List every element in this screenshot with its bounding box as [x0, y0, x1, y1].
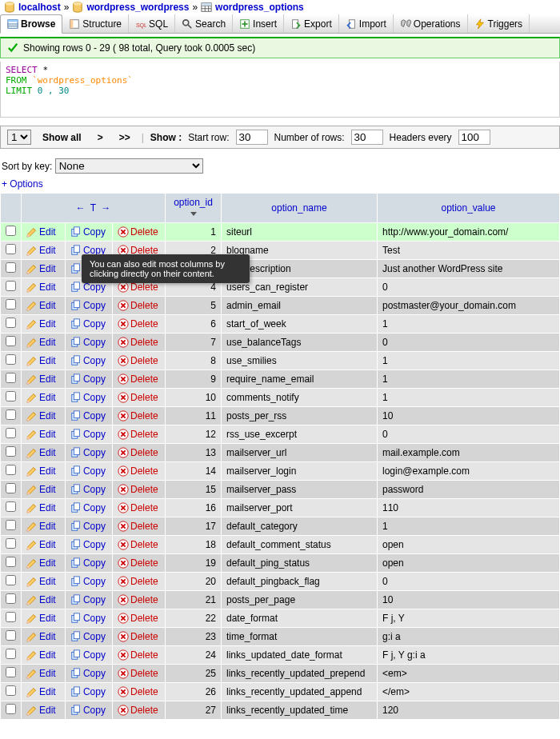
cell-option-value[interactable]: open: [378, 536, 560, 554]
arrow-right-icon[interactable]: →: [101, 202, 110, 214]
row-checkbox[interactable]: [6, 336, 16, 346]
delete-button[interactable]: Delete: [118, 539, 160, 550]
cell-option-value[interactable]: F j, Y: [378, 609, 560, 628]
edit-button[interactable]: Edit: [26, 337, 60, 348]
cell-option-id[interactable]: 22: [166, 609, 222, 628]
edit-button[interactable]: Edit: [26, 447, 60, 458]
headers-input[interactable]: [458, 130, 490, 145]
edit-button[interactable]: Edit: [26, 631, 60, 642]
cell-option-value[interactable]: Test: [378, 242, 560, 260]
cell-option-name[interactable]: require_name_email: [222, 370, 378, 389]
cell-option-id[interactable]: 13: [166, 444, 222, 462]
cell-option-value[interactable]: postmaster@your_domain.com: [378, 297, 560, 315]
cell-option-value[interactable]: 1: [378, 517, 560, 536]
delete-button[interactable]: Delete: [118, 300, 160, 311]
copy-button[interactable]: Copy: [70, 282, 107, 293]
cell-option-name[interactable]: mailserver_pass: [222, 481, 378, 499]
edit-button[interactable]: Edit: [26, 594, 60, 605]
row-checkbox[interactable]: [6, 593, 16, 604]
row-checkbox[interactable]: [6, 465, 16, 475]
edit-button[interactable]: Edit: [26, 705, 60, 716]
copy-button[interactable]: Copy: [70, 410, 107, 421]
cell-option-name[interactable]: links_updated_date_format: [222, 646, 378, 665]
copy-button[interactable]: Copy: [70, 392, 107, 403]
delete-button[interactable]: Delete: [118, 705, 160, 716]
show-all-button[interactable]: Show all: [38, 130, 86, 145]
col-option-value[interactable]: option_value: [378, 194, 560, 223]
copy-button[interactable]: Copy: [70, 539, 107, 550]
cell-option-value[interactable]: 0: [378, 334, 560, 352]
delete-button[interactable]: Delete: [118, 521, 160, 532]
cell-option-value[interactable]: 1: [378, 389, 560, 407]
edit-button[interactable]: Edit: [26, 502, 60, 513]
copy-button[interactable]: Copy: [70, 429, 107, 440]
row-checkbox[interactable]: [6, 354, 16, 365]
cell-option-value[interactable]: 1: [378, 352, 560, 370]
copy-button[interactable]: Copy: [70, 318, 107, 330]
cell-option-value[interactable]: 0: [378, 425, 560, 444]
cell-option-id[interactable]: 17: [166, 517, 222, 536]
delete-button[interactable]: Delete: [118, 337, 160, 348]
cell-option-value[interactable]: F j, Y g:i a: [378, 646, 560, 665]
chevron-down-icon[interactable]: [190, 212, 197, 216]
copy-button[interactable]: Copy: [70, 576, 107, 587]
copy-button[interactable]: Copy: [70, 355, 107, 366]
cell-option-id[interactable]: 16: [166, 499, 222, 517]
cell-option-id[interactable]: 1: [166, 223, 222, 242]
delete-button[interactable]: Delete: [118, 484, 160, 495]
delete-button[interactable]: Delete: [118, 668, 160, 679]
cell-option-id[interactable]: 9: [166, 370, 222, 389]
cell-option-id[interactable]: 6: [166, 315, 222, 334]
edit-button[interactable]: Edit: [26, 465, 60, 477]
cell-option-value[interactable]: 0: [378, 573, 560, 591]
cell-option-value[interactable]: 1: [378, 370, 560, 389]
row-checkbox[interactable]: [6, 612, 16, 622]
cell-option-name[interactable]: rss_use_excerpt: [222, 425, 378, 444]
cell-option-value[interactable]: g:i a: [378, 628, 560, 646]
cell-option-value[interactable]: Just another WordPress site: [378, 260, 560, 278]
row-checkbox[interactable]: [6, 446, 16, 457]
copy-button[interactable]: Copy: [70, 668, 107, 679]
copy-button[interactable]: Copy: [70, 594, 107, 605]
row-checkbox[interactable]: [6, 373, 16, 383]
row-checkbox[interactable]: [6, 649, 16, 659]
delete-button[interactable]: Delete: [118, 429, 160, 440]
delete-button[interactable]: Delete: [118, 576, 160, 587]
cell-option-id[interactable]: 15: [166, 481, 222, 499]
copy-button[interactable]: Copy: [70, 465, 107, 477]
edit-button[interactable]: Edit: [26, 429, 60, 440]
row-checkbox[interactable]: [6, 667, 16, 677]
cell-option-id[interactable]: 8: [166, 352, 222, 370]
row-checkbox[interactable]: [6, 299, 16, 310]
delete-button[interactable]: Delete: [118, 282, 160, 293]
row-checkbox[interactable]: [6, 575, 16, 585]
tab-search[interactable]: Search: [175, 14, 233, 33]
delete-button[interactable]: Delete: [118, 649, 160, 661]
copy-button[interactable]: Copy: [70, 447, 107, 458]
copy-button[interactable]: Copy: [70, 226, 107, 238]
breadcrumb-host[interactable]: localhost: [18, 2, 61, 13]
row-checkbox[interactable]: [6, 704, 16, 714]
tab-browse[interactable]: Browse: [0, 14, 62, 34]
edit-button[interactable]: Edit: [26, 392, 60, 403]
sort-select[interactable]: None: [55, 158, 203, 174]
cell-option-value[interactable]: open: [378, 554, 560, 573]
edit-button[interactable]: Edit: [26, 226, 60, 238]
cell-option-id[interactable]: 7: [166, 334, 222, 352]
copy-button[interactable]: Copy: [70, 613, 107, 624]
copy-button[interactable]: Copy: [70, 631, 107, 642]
row-checkbox[interactable]: [6, 685, 16, 696]
copy-button[interactable]: Copy: [70, 705, 107, 716]
cell-option-value[interactable]: 120: [378, 701, 560, 720]
cell-option-value[interactable]: </em>: [378, 683, 560, 701]
edit-button[interactable]: Edit: [26, 263, 60, 274]
delete-button[interactable]: Delete: [118, 355, 160, 366]
row-checkbox[interactable]: [6, 630, 16, 641]
arrow-left-icon[interactable]: ←: [76, 202, 86, 214]
row-checkbox[interactable]: [6, 244, 16, 254]
cell-option-value[interactable]: login@example.com: [378, 462, 560, 481]
delete-button[interactable]: Delete: [118, 318, 160, 330]
page-select[interactable]: 1: [7, 130, 31, 145]
cell-option-value[interactable]: 10: [378, 407, 560, 425]
tab-sql[interactable]: SQL: [129, 14, 175, 33]
